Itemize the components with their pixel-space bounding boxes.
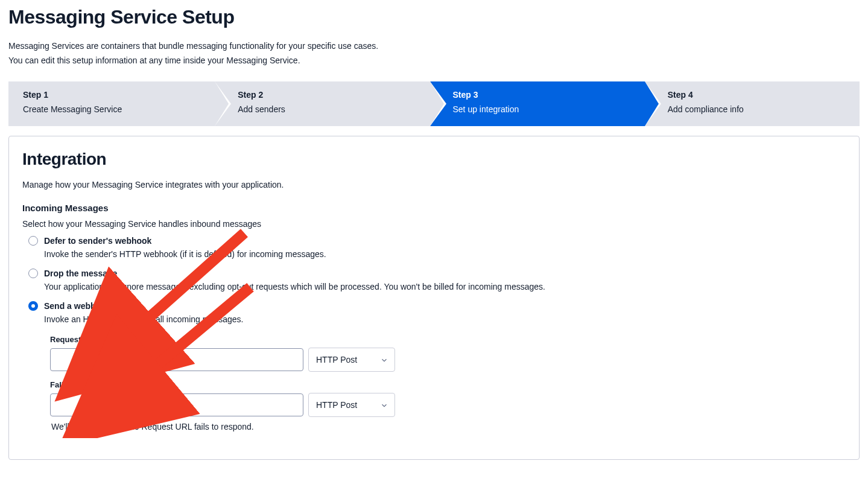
option-drop[interactable]: Drop the message Your application will i… bbox=[22, 269, 846, 291]
integration-desc: Manage how your Messaging Service integr… bbox=[22, 180, 846, 189]
request-url-method-select[interactable]: HTTP Post bbox=[308, 348, 395, 372]
step-3[interactable]: Step 3 Set up integration bbox=[430, 81, 645, 126]
option-webhook[interactable]: Send a webhook Invoke an HTTP webhook fo… bbox=[22, 301, 846, 431]
step-1[interactable]: Step 1 Create Messaging Service bbox=[8, 81, 215, 126]
step-1-desc: Create Messaging Service bbox=[23, 104, 203, 114]
step-4[interactable]: Step 4 Add compliance info bbox=[645, 81, 860, 126]
chevron-down-icon bbox=[380, 356, 387, 363]
radio-defer-desc: Invoke the sender's HTTP webhook (if it … bbox=[44, 249, 846, 259]
radio-defer-label: Defer to sender's webhook bbox=[44, 236, 151, 246]
radio-drop-label: Drop the message bbox=[44, 269, 117, 278]
page-desc-line1: Messaging Services are containers that b… bbox=[8, 39, 860, 54]
radio-webhook-desc: Invoke an HTTP webhook for all incoming … bbox=[44, 314, 846, 324]
fallback-url-label: Fallback URL bbox=[50, 380, 846, 389]
fallback-url-method-value: HTTP Post bbox=[316, 400, 357, 410]
radio-defer[interactable] bbox=[28, 236, 38, 246]
page-desc-line2: You can edit this setup information at a… bbox=[8, 54, 860, 68]
chevron-down-icon bbox=[380, 401, 387, 409]
integration-heading: Integration bbox=[22, 150, 846, 169]
radio-drop-desc: Your application will ignore messages, e… bbox=[44, 282, 846, 291]
radio-drop[interactable] bbox=[28, 269, 38, 278]
step-2[interactable]: Step 2 Add senders bbox=[215, 81, 429, 126]
request-url-label: Request URL bbox=[50, 335, 846, 344]
page-description: Messaging Services are containers that b… bbox=[8, 39, 860, 68]
fallback-url-input[interactable] bbox=[50, 393, 303, 416]
option-defer[interactable]: Defer to sender's webhook Invoke the sen… bbox=[22, 236, 846, 259]
step-3-title: Step 3 bbox=[453, 90, 633, 100]
fallback-url-helper: We'll only use this if the Request URL f… bbox=[51, 422, 846, 431]
step-2-title: Step 2 bbox=[238, 90, 417, 100]
step-2-desc: Add senders bbox=[238, 104, 417, 114]
step-1-title: Step 1 bbox=[23, 90, 203, 100]
step-3-desc: Set up integration bbox=[453, 104, 633, 114]
radio-webhook-label: Send a webhook bbox=[44, 301, 110, 311]
request-url-method-value: HTTP Post bbox=[316, 355, 357, 364]
step-4-desc: Add compliance info bbox=[668, 104, 847, 114]
step-4-title: Step 4 bbox=[668, 90, 847, 100]
fallback-url-group: Fallback URL HTTP Post We'll only use th… bbox=[50, 380, 846, 431]
incoming-heading: Incoming Messages bbox=[22, 203, 846, 213]
request-url-group: Request URL HTTP Post bbox=[50, 335, 846, 372]
incoming-sub: Select how your Messaging Service handle… bbox=[22, 219, 846, 229]
page-title: Messaging Service Setup bbox=[8, 6, 860, 28]
integration-panel: Integration Manage how your Messaging Se… bbox=[8, 136, 860, 460]
fallback-url-method-select[interactable]: HTTP Post bbox=[308, 393, 395, 417]
stepper: Step 1 Create Messaging Service Step 2 A… bbox=[8, 81, 860, 126]
radio-webhook[interactable] bbox=[28, 301, 38, 311]
request-url-input[interactable] bbox=[50, 348, 303, 371]
